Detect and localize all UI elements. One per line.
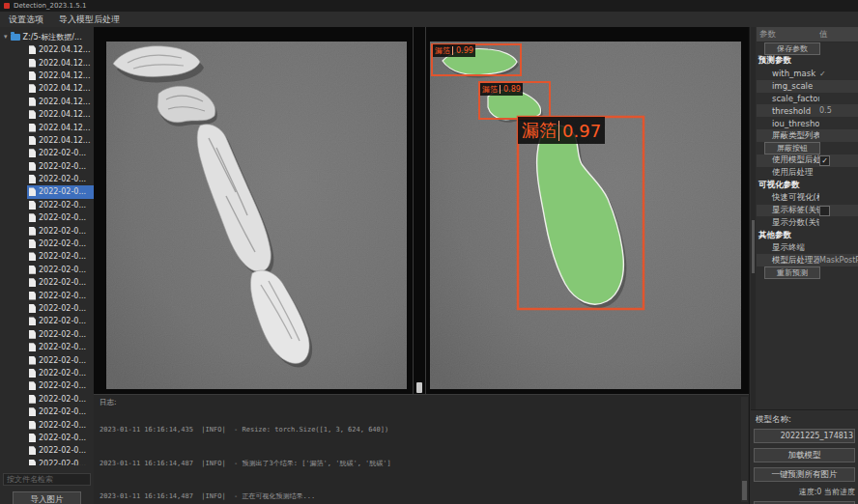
search-input[interactable] [3, 473, 91, 486]
file-icon [29, 460, 36, 465]
log-scrollbar-thumb[interactable] [742, 481, 747, 500]
tree-item[interactable]: 2022.04.12... [27, 121, 94, 133]
menu-import-model-postprocess[interactable]: 导入模型后处理 [59, 14, 120, 26]
tree-item[interactable]: 2022.04.12... [27, 43, 94, 56]
param-row[interactable]: with_mask ✓ [757, 68, 858, 80]
tree-root-folder[interactable]: ▾ Z:/5-标注数据/... [0, 30, 94, 43]
caret-down-icon[interactable]: ▾ [4, 34, 8, 41]
menu-settings[interactable]: 设置选项 [9, 14, 43, 26]
tree-item[interactable]: 2022-02-0... [27, 458, 94, 466]
tree-item[interactable]: 2022.04.12... [27, 56, 94, 69]
model-name-value[interactable]: 20221225_174813 [754, 429, 855, 443]
tree-item[interactable]: 2022-02-0... [27, 379, 94, 392]
file-icon [29, 292, 36, 300]
param-row[interactable]: 快速可视化(检测) [757, 192, 858, 205]
file-icon [29, 149, 36, 157]
detection-score-text: 0.99 [452, 46, 473, 55]
tree-item[interactable]: 2022-02-0... [27, 185, 94, 198]
param-row[interactable]: 屏蔽按钮 [757, 142, 858, 154]
param-row[interactable]: threshold 0.5 [757, 104, 858, 117]
params-table: 参数 值 保存参数 预测参数 with_mask ✓ img_scale sca… [757, 27, 858, 279]
tree-item[interactable]: 2022-02-0... [27, 393, 94, 406]
tree-item[interactable]: 2022-02-0... [27, 432, 94, 444]
app-window: Detection_2023.1.5.1 设置选项 导入模型后处理 ▾ Z:/5… [0, 0, 858, 504]
file-icon [29, 45, 36, 54]
param-row[interactable]: 显示标签(关键点) [757, 205, 858, 217]
tree-root-label: Z:/5-标注数据/... [23, 32, 82, 42]
tree-item[interactable]: 2022.04.12... [27, 82, 94, 95]
param-row[interactable]: 其他参数 [757, 229, 858, 241]
splitter-handle[interactable] [416, 382, 422, 393]
tree-item[interactable]: 2022-02-0... [27, 341, 94, 353]
tree-item[interactable]: 2022-02-0... [27, 367, 94, 379]
tree-item[interactable]: 2022-02-0... [27, 328, 94, 341]
tree-item[interactable]: 2022-02-0... [27, 160, 94, 173]
tree-item-label: 2022-02-0... [39, 227, 86, 236]
log-scrollbar[interactable] [741, 397, 748, 502]
tree-item[interactable]: 2022-02-0... [27, 173, 94, 185]
param-value[interactable]: ✓ [819, 155, 830, 166]
original-image [100, 32, 413, 393]
tree-item[interactable]: 2022-02-0... [27, 147, 94, 159]
param-row[interactable]: scale_factor [757, 93, 858, 105]
import-images-button[interactable]: 导入图片 [13, 491, 81, 504]
prediction-image-panel[interactable]: 漏箔 0.99 漏箔 0.89 漏箔 0.97 [426, 32, 745, 393]
tree-item-label: 2022.04.12... [39, 110, 90, 119]
tree-item[interactable]: 2022.04.12... [27, 134, 94, 147]
tree-item[interactable]: 2022.04.12... [27, 70, 94, 82]
original-image-panel[interactable] [100, 32, 413, 393]
tree-item[interactable]: 2022-02-0... [27, 302, 94, 315]
param-row[interactable]: 重新预测 [757, 266, 858, 279]
tree-item[interactable]: 2022-02-0... [27, 315, 94, 327]
param-name: 重新预测 [764, 266, 820, 279]
param-row[interactable]: 模型后处理器 MaskPostPro [757, 254, 858, 266]
tree-item-label: 2022-02-0... [39, 266, 86, 274]
load-model-button[interactable]: 加载模型 [754, 448, 855, 462]
tree-item[interactable]: 2022-02-0... [27, 418, 94, 431]
tree-item-label: 2022-02-0... [39, 446, 86, 455]
param-value[interactable]: ✓ [819, 70, 858, 78]
param-row[interactable]: iou_threshold [757, 117, 858, 129]
tree-item[interactable]: 2022-02-0... [27, 406, 94, 418]
param-row[interactable]: 预测参数 [757, 55, 858, 68]
tree-item[interactable]: 2022-02-0... [27, 250, 94, 263]
params-scrollbar[interactable] [751, 27, 756, 409]
param-row[interactable]: img_scale [757, 80, 858, 93]
param-row[interactable]: 使用后处理 [757, 167, 858, 180]
tree-item[interactable]: 2022-02-0... [27, 238, 94, 250]
param-row[interactable]: 保存参数 [757, 42, 858, 55]
tree-item[interactable]: 2022-02-0... [27, 276, 94, 289]
params-scrollbar-thumb[interactable] [752, 220, 755, 273]
param-value[interactable] [819, 206, 830, 216]
params-rows: 保存参数 预测参数 with_mask ✓ img_scale scale_fa… [757, 42, 858, 279]
tree-item[interactable]: 2022-02-0... [27, 264, 94, 276]
param-value[interactable]: MaskPostPro [819, 256, 858, 265]
tree-item[interactable]: 2022.04.12... [27, 96, 94, 108]
tree-item[interactable]: 2022-02-0... [27, 444, 94, 457]
predict-all-button[interactable]: 一键预测所有图片 [754, 467, 855, 482]
tree-item[interactable]: 2022-02-0... [27, 224, 94, 237]
param-row[interactable]: 可视化参数 [757, 180, 858, 192]
param-name: 使用后处理 [757, 167, 819, 179]
param-value[interactable]: 0.5 [819, 106, 858, 115]
tree-item[interactable]: 2022-02-0... [27, 289, 94, 301]
log-panel: 日志: 2023-01-11 16:16:14,435 |INFO| - Res… [94, 394, 749, 504]
params-header-param: 参数 [757, 29, 819, 41]
param-row[interactable]: 显示分数(关键点) [757, 216, 858, 229]
tree-item[interactable]: 2022-02-0... [27, 353, 94, 366]
tree-item[interactable]: 2022.04.12... [27, 108, 94, 121]
file-icon [29, 201, 36, 210]
param-row[interactable]: 使用模型后处理 ✓ [757, 154, 858, 167]
tree-item[interactable]: 2022-02-0... [27, 199, 94, 211]
tree-item[interactable]: 2022-02-0... [27, 211, 94, 224]
tree-item-label: 2022-02-0... [39, 381, 86, 390]
param-name: with_mask [757, 69, 819, 78]
file-icon [29, 278, 36, 287]
params-table-header: 参数 值 [757, 27, 858, 42]
detection-score-text: 0.97 [558, 121, 601, 141]
file-tree[interactable]: ▾ Z:/5-标注数据/... 2022.04.12... 2022.04.12… [0, 30, 94, 465]
param-row[interactable]: 显示终端 [757, 241, 858, 254]
param-row[interactable]: 屏蔽类型列表 [757, 129, 858, 142]
panel-splitter[interactable] [413, 27, 426, 394]
tree-item-label: 2022.04.12... [39, 98, 90, 106]
